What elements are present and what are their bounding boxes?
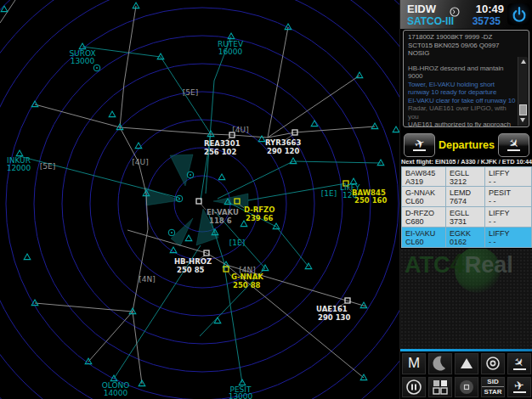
flight-strip-row[interactable]: G-NNAKCL60 LEMD7674 PESIT- - (401, 187, 532, 207)
waypoint-alt: 16000 (218, 48, 243, 56)
night-mode-button[interactable] (427, 352, 453, 375)
log-message: Radar, UAE161 over LIPGO, with you (408, 104, 517, 121)
star-label: STAR (484, 388, 501, 396)
strip-squawk: 3212 (450, 177, 484, 186)
strip-callsign: BAW845 (405, 169, 445, 177)
aircraft-data[interactable]: 250 160 (354, 196, 388, 205)
strip-fix: PESIT (489, 188, 531, 197)
controller-position: SATCO-III (407, 15, 454, 27)
sid-label: SID (487, 378, 498, 385)
aircraft-data[interactable]: 290 130 (318, 313, 351, 322)
strip-squawk: 7674 (450, 197, 484, 205)
route-tag: [1E] (229, 239, 245, 247)
landing-plane-icon: ✈ (512, 355, 527, 369)
strip-destination: EGLL (450, 169, 484, 177)
strip-destination: LEMD (450, 188, 484, 197)
panel-header: EIDW 10:49 SATCO-III 35735 (400, 0, 532, 29)
route-tag: [4U] (232, 126, 248, 134)
flight-strip-row[interactable]: BAW845A319 EGLL3212 LIFFY- - (401, 166, 532, 187)
strip-tabs: ✈ Departures ✈ (400, 132, 532, 158)
strip-destination: EGKK (450, 229, 484, 238)
aircraft-callsign[interactable]: REA3301 (204, 139, 241, 148)
strip-fix: LIFFY (489, 169, 531, 177)
dot-square-icon (457, 378, 476, 396)
score-value: 35735 (473, 15, 501, 27)
route-tag: [4U] (132, 158, 148, 166)
grid-icon (431, 378, 450, 396)
waypoint-alt: 13000 (71, 57, 95, 65)
waypoint-alt: 12000 (7, 164, 31, 172)
message-scrollbar[interactable] (518, 57, 528, 126)
triangle-icon (458, 355, 475, 372)
aircraft-data[interactable]: 290 120 (267, 147, 300, 155)
strip-fix: LIFFY (489, 229, 531, 238)
aircraft-data[interactable]: 118 6 (209, 216, 232, 225)
watermark-text: Real (465, 252, 513, 278)
aircraft-callsign[interactable]: G-NNAK (231, 273, 263, 281)
scroll-thumb[interactable] (519, 104, 527, 115)
sid-star-route-lines (20, 37, 381, 383)
strip-type: A319 (405, 177, 445, 186)
route-tag: [5E] (183, 88, 198, 97)
sid-star-toggle-button[interactable]: SIDSTAR (480, 376, 506, 399)
arrivals-tab-button[interactable]: ✈ (498, 133, 529, 157)
route-tag: [5E] (40, 162, 55, 171)
airway-lines (0, 0, 375, 384)
strip-callsign: G-NNAK (405, 188, 445, 197)
strip-extra: - - (489, 197, 531, 205)
aircraft-callsign[interactable]: D-RFZO (244, 205, 274, 214)
aircraft-data[interactable]: 250 85 (177, 266, 205, 274)
range-rings (0, 0, 399, 399)
aircraft-callsign[interactable]: UAE161 (316, 305, 348, 313)
strip-type: C680 (405, 217, 445, 226)
center-map-button[interactable] (454, 376, 479, 399)
waypoint-alt: 13000 (229, 392, 253, 399)
departures-tab-button[interactable]: ✈ (404, 133, 435, 157)
pause-button[interactable] (401, 376, 427, 399)
toolbar: M ✈ (400, 351, 532, 399)
radar-scope[interactable]: SUROX 13000 RUTEV 16000 INKUR 12000 OLON… (0, 0, 399, 399)
sim-time: 10:49 (476, 3, 504, 15)
moon-icon (432, 355, 449, 372)
aircraft-data[interactable]: 239 66 (246, 214, 274, 222)
scroll-up-arrow[interactable] (521, 59, 526, 64)
strip-callsign: D-RFZO (405, 209, 445, 217)
waypoint-triangles (1, 3, 399, 386)
log-message: EI-VAKU clear for take off runway 10 (408, 97, 517, 105)
aircraft-callsign[interactable]: EI-VAKU (207, 208, 239, 216)
pause-icon (405, 378, 423, 396)
aircraft-callsign[interactable]: HB-HROZ (174, 257, 212, 266)
tab-title: Departures (439, 139, 495, 151)
departures-view-button[interactable]: ✈ (507, 376, 532, 399)
arrival-plane-icon: ✈ (507, 137, 521, 151)
range-rings-toggle-button[interactable] (480, 352, 506, 375)
airport-code: EIDW (407, 3, 436, 15)
atc-app-window: SUROX 13000 RUTEV 16000 INKUR 12000 OLON… (0, 0, 532, 399)
aircraft-callsign[interactable]: RYR3663 (265, 138, 302, 147)
strip-bay-empty-area: ATC4Real (400, 249, 532, 349)
watermark-logo: ATC4Real (405, 249, 513, 279)
control-panel: EIDW 10:49 SATCO-III 35735 171800Z 19008… (399, 0, 532, 399)
metar-text: 171800Z 19008KT 9999 -DZ SCT015 BKN025 0… (408, 33, 517, 58)
sid-star-divider (482, 386, 504, 387)
flight-strip-row[interactable]: D-RFZOC680 EGLL3731 LIFFY- - (401, 207, 532, 228)
route-tag: [1E] (321, 189, 337, 198)
waypoints-toggle-button[interactable] (454, 352, 479, 375)
log-message: Tower, EI-VAKU holding short runway 10 r… (408, 81, 517, 97)
strip-layout-button[interactable] (427, 376, 453, 399)
aircraft-data[interactable]: 250 88 (233, 281, 261, 289)
log-message: UAE161 authorized to fly approach 4N.VAT… (408, 121, 517, 127)
power-button[interactable] (507, 3, 530, 25)
arrivals-view-button[interactable]: ✈ (507, 352, 532, 375)
message-log[interactable]: 171800Z 19008KT 9999 -DZ SCT015 BKN025 0… (403, 30, 529, 127)
flight-strip-table: BAW845A319 EGLL3212 LIFFY- - G-NNAKCL60 … (401, 166, 532, 248)
aircraft-data[interactable]: 256 102 (204, 148, 237, 156)
scroll-down-arrow[interactable] (520, 118, 525, 122)
departure-plane-icon: ✈ (413, 137, 426, 150)
map-mode-label: M (408, 355, 420, 372)
map-mode-button[interactable]: M (401, 352, 427, 375)
waypoint-alt: 14000 (104, 389, 128, 397)
strip-type: CL60 (405, 197, 445, 205)
flight-strip-row-selected[interactable]: EI-VAKUCL60 EGKK0162 LIFFY- - (401, 228, 532, 248)
strip-squawk: 0162 (450, 238, 484, 246)
